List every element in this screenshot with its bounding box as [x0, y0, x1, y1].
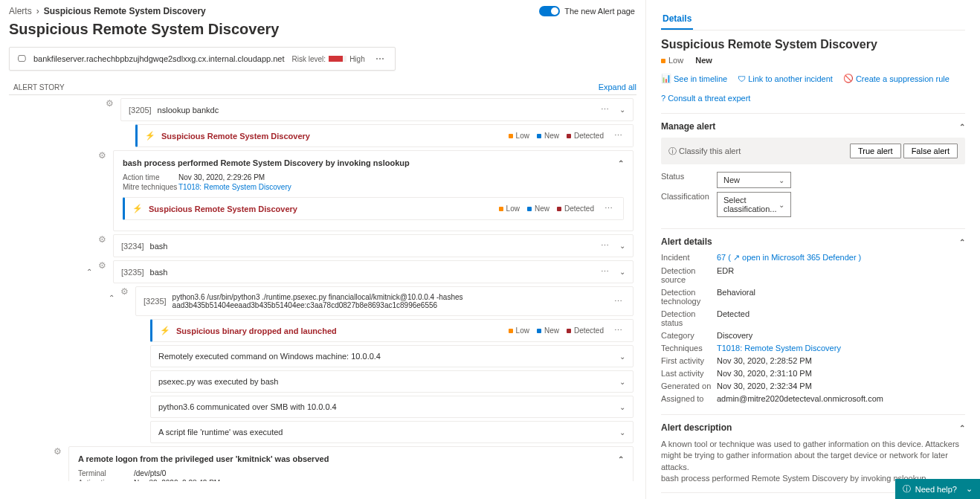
process-row-nslookup[interactable]: [3205]nslookup bankdc ⋯⌄ — [120, 98, 634, 121]
section-manage-alert[interactable]: Manage alert⌃ — [661, 121, 965, 132]
host-name: bankfileserver.rachechbpbzujhdgwqe2sdlxx… — [33, 54, 285, 63]
chevron-up-icon[interactable]: ⌃ — [618, 159, 624, 167]
more-icon[interactable]: ⋯ — [598, 267, 612, 277]
status-select[interactable]: New⌄ — [717, 172, 791, 188]
event-row[interactable]: psexec.py was executed by bash⌄ — [150, 370, 634, 393]
more-icon[interactable]: ⋯ — [611, 297, 625, 306]
risk-label: Risk level: — [292, 55, 326, 63]
true-alert-button[interactable]: True alert — [850, 144, 901, 158]
more-icon[interactable]: ⋯ — [598, 105, 612, 115]
tab-details[interactable]: Details — [661, 9, 693, 30]
more-icon[interactable]: ⋯ — [602, 204, 616, 213]
lightning-icon: ⚡ — [145, 131, 155, 141]
host-card[interactable]: 🖵 bankfileserver.rachechbpbzujhdgwqe2sdl… — [9, 47, 396, 71]
device-icon: 🖵 — [17, 54, 26, 64]
gear-icon[interactable]: ⚙ — [120, 286, 129, 297]
host-more-icon[interactable]: ⋯ — [373, 54, 387, 64]
chevron-down-icon[interactable]: ⌄ — [619, 352, 625, 361]
expanded-panel-logon: A remote logon from the privileged user … — [68, 446, 634, 481]
action-consult[interactable]: ? Consult a threat expert — [661, 94, 750, 103]
details-pane: Details Suspicious Remote System Discove… — [645, 0, 980, 499]
classify-bar: ⓘ Classify this alert True alert False a… — [661, 138, 965, 164]
mitre-link[interactable]: T1018: Remote System Discovery — [178, 183, 291, 191]
event-row[interactable]: python3.6 communicated over SMB with 10.… — [150, 396, 634, 418]
event-row[interactable]: A script file 'runtime' was executed⌄ — [150, 421, 634, 443]
chevron-down-icon[interactable]: ⌄ — [619, 268, 625, 276]
toggle-label: The new Alert page — [564, 7, 635, 16]
more-icon[interactable]: ⋯ — [611, 131, 625, 141]
chevron-down-icon[interactable]: ⌄ — [619, 242, 625, 250]
process-row-bash-3234[interactable]: [3234]bash ⋯⌄ — [113, 234, 634, 257]
technique-link[interactable]: T1018: Remote System Discovery — [717, 344, 841, 352]
chevron-down-icon[interactable]: ⌄ — [619, 106, 625, 114]
action-link-incident[interactable]: 🛡 Link to another incident — [738, 74, 833, 83]
chevron-down-icon[interactable]: ⌄ — [619, 378, 625, 386]
gear-icon[interactable]: ⚙ — [98, 150, 106, 161]
false-alert-button[interactable]: False alert — [903, 144, 958, 158]
expand-all-link[interactable]: Expand all — [599, 83, 636, 91]
chevron-right-icon: › — [36, 6, 39, 16]
breadcrumb-root[interactable]: Alerts — [9, 6, 32, 16]
alert-row-binary[interactable]: ⚡Suspicious binary dropped and launched … — [150, 319, 634, 342]
panel-title: A remote logon from the privileged user … — [78, 454, 329, 463]
classification-select[interactable]: Select classification...⌄ — [717, 192, 791, 217]
alert-story-scroll[interactable]: ⚙ [3205]nslookup bankdc ⋯⌄ ⚡Suspicious R… — [9, 94, 636, 481]
alert-story-label: ALERT STORY — [13, 83, 65, 91]
action-timeline[interactable]: 📊 See in timeline — [661, 74, 727, 83]
alert-row-srsd-1[interactable]: ⚡Suspicious Remote System Discovery Low … — [135, 124, 634, 147]
page-title: Suspicious Remote System Discovery — [9, 21, 636, 38]
action-suppression[interactable]: 🚫 Create a suppression rule — [843, 74, 950, 83]
gear-icon[interactable]: ⚙ — [98, 234, 106, 245]
gear-icon[interactable]: ⚙ — [98, 260, 106, 271]
risk-bars-icon — [329, 56, 346, 62]
chevron-up-icon: ⌃ — [959, 123, 965, 131]
detail-title: Suspicious Remote System Discovery — [661, 38, 965, 51]
caret-icon[interactable]: ⌃ — [86, 268, 92, 276]
lightning-icon: ⚡ — [160, 326, 170, 335]
section-description[interactable]: Alert description⌃ — [661, 422, 965, 433]
chevron-up-icon[interactable]: ⌃ — [618, 455, 624, 463]
lightning-icon: ⚡ — [132, 204, 143, 213]
section-alert-details[interactable]: Alert details⌃ — [661, 236, 965, 247]
gear-icon[interactable]: ⚙ — [54, 446, 62, 457]
breadcrumb-current: Suspicious Remote System Discovery — [44, 6, 206, 16]
more-icon[interactable]: ⋯ — [598, 241, 612, 251]
gear-icon[interactable]: ⚙ — [106, 98, 114, 109]
process-row-python[interactable]: [3235]python3.6 /usr/bin/python3 ./runti… — [135, 286, 634, 316]
panel-title: bash process performed Remote System Dis… — [123, 158, 410, 167]
alert-row-srsd-2[interactable]: ⚡Suspicious Remote System Discovery Low … — [123, 197, 624, 220]
toggle-switch[interactable] — [539, 6, 560, 16]
caret-icon[interactable]: ⌃ — [109, 294, 115, 302]
new-alert-toggle[interactable]: The new Alert page — [539, 6, 635, 16]
risk-value: High — [349, 55, 365, 63]
chevron-down-icon[interactable]: ⌄ — [619, 403, 625, 411]
expanded-panel-bash: bash process performed Remote System Dis… — [113, 150, 634, 231]
chevron-down-icon[interactable]: ⌄ — [619, 428, 625, 437]
incident-link[interactable]: 67 ( ↗ open in Microsoft 365 Defender ) — [717, 253, 861, 262]
need-help-button[interactable]: ⓘ Need help? ⌄ — [895, 479, 980, 499]
event-row[interactable]: Remotely executed command on Windows mac… — [150, 345, 634, 367]
more-icon[interactable]: ⋯ — [611, 326, 625, 335]
process-row-bash-3235[interactable]: [3235]bash ⋯⌄ — [113, 260, 634, 283]
